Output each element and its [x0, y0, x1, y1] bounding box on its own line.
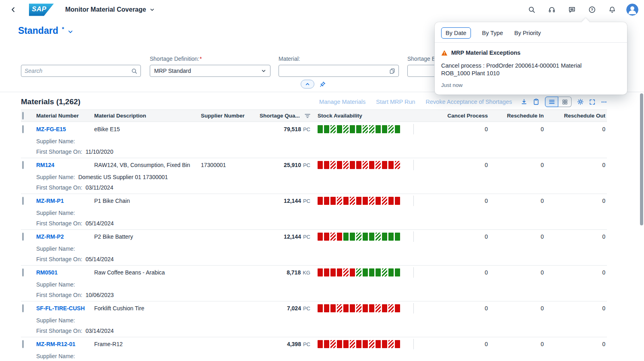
search-field-wrap [21, 65, 141, 77]
material-number-link[interactable]: MZ-RM-P2 [36, 233, 64, 240]
search-input[interactable] [21, 65, 130, 76]
support-button[interactable] [544, 2, 559, 17]
shortage-definition-select[interactable]: MRP Standard [150, 65, 270, 77]
reschedule-out-value: 0 [545, 233, 607, 240]
table-row[interactable]: MZ-FG-E15 eBike E15 79,518 PC 0 0 0 [21, 122, 607, 136]
stock-segment [318, 233, 323, 241]
paste-button[interactable] [533, 99, 539, 105]
material-description: eBike E15 [94, 126, 201, 132]
variant-modified-marker: * [62, 26, 64, 32]
cancel-process-value: 0 [415, 198, 489, 204]
select-all-checkbox[interactable] [22, 112, 24, 120]
tab-by-priority[interactable]: By Priority [514, 28, 541, 38]
row-checkbox[interactable] [22, 161, 24, 169]
stock-segment [382, 161, 387, 169]
stock-segment [337, 233, 342, 241]
stock-segment [356, 161, 361, 169]
stock-segment [376, 304, 381, 312]
stock-segment [395, 340, 400, 348]
material-number-link[interactable]: MZ-FG-E15 [36, 126, 66, 132]
row-checkbox[interactable] [22, 304, 24, 312]
row-checkbox[interactable] [22, 268, 24, 276]
table-row[interactable]: MZ-RM-P1 P1 Bike Chain 12,144 PC 0 0 0 [21, 194, 607, 208]
table-row[interactable]: RM0501 Raw Coffee Beans - Arabica 8,718 … [21, 266, 607, 279]
chart-view-button[interactable] [558, 97, 572, 107]
material-row-group: RM124 RAW124, VB, Consumption, Fixed Bin… [21, 158, 607, 194]
material-number-link[interactable]: MZ-RM-P1 [36, 198, 64, 204]
table-row[interactable]: MZ-RM-P2 P2 Bike Battery 12,144 PC 0 0 0 [21, 230, 607, 243]
search-button[interactable] [524, 2, 539, 17]
list-view-button[interactable] [545, 97, 558, 107]
stock-segment [382, 340, 387, 348]
table-row[interactable]: MZ-RM-R12-01 Frame-R12 4,398 PC 0 0 0 [21, 337, 607, 351]
vertical-scrollbar[interactable] [640, 93, 643, 225]
shortage-definition-value: MRP Standard [154, 68, 191, 74]
stock-segment [337, 304, 342, 312]
stock-segment [343, 161, 349, 169]
manage-materials-button[interactable]: Manage Materials [319, 99, 365, 105]
collapse-filterbar-button[interactable] [301, 80, 314, 89]
settings-button[interactable] [577, 99, 584, 105]
stock-segment [369, 197, 374, 205]
grid-icon [562, 99, 568, 105]
stock-segment [330, 268, 336, 276]
stock-segment [324, 233, 329, 241]
col-shortage-quantity[interactable]: Shortage Qua... [257, 113, 312, 119]
revoke-acceptance-button[interactable]: Revoke Acceptance of Shortages [426, 99, 512, 105]
material-number-link[interactable]: RM0501 [36, 269, 58, 276]
variant-selector[interactable]: Standard * [18, 25, 73, 36]
notification-item[interactable]: MRP Material Exceptions Cancel process :… [435, 43, 627, 95]
reschedule-out-value: 0 [545, 162, 607, 168]
start-mrp-run-button[interactable]: Start MRP Run [376, 99, 415, 105]
app-title-menu[interactable]: Monitor Material Coverage [65, 6, 155, 13]
reschedule-in-value: 0 [489, 305, 545, 311]
material-number-link[interactable]: SF-FL-TIRE-CUSH [36, 305, 85, 311]
col-material-description[interactable]: Material Description [94, 113, 201, 119]
row-checkbox[interactable] [22, 125, 24, 133]
search-icon[interactable] [130, 68, 140, 74]
export-button[interactable] [521, 99, 527, 105]
help-button[interactable]: ? [584, 2, 600, 17]
material-input[interactable] [279, 65, 388, 76]
row-checkbox[interactable] [22, 233, 24, 241]
col-reschedule-out[interactable]: Reschedule Out [545, 113, 607, 119]
col-reschedule-in[interactable]: Reschedule In [489, 113, 545, 119]
notification-timestamp: Just now [441, 82, 621, 88]
col-supplier-number[interactable]: Supplier Number [201, 113, 257, 119]
back-button[interactable] [6, 2, 21, 17]
table-row[interactable]: SF-FL-TIRE-CUSH Forklift Cushion Tire 7,… [21, 301, 607, 315]
tab-by-type[interactable]: By Type [482, 28, 503, 38]
value-help-icon[interactable] [388, 68, 398, 74]
stock-segment [318, 161, 323, 169]
tab-by-date[interactable]: By Date [441, 27, 471, 39]
material-description: Raw Coffee Beans - Arabica [94, 269, 201, 276]
stock-bar [318, 340, 400, 348]
reschedule-out-value: 0 [545, 305, 607, 311]
warning-icon [441, 50, 448, 56]
col-material-number[interactable]: Material Number [36, 113, 94, 119]
row-checkbox[interactable] [22, 340, 24, 348]
stock-segment [324, 161, 329, 169]
pin-filterbar-button[interactable] [316, 80, 328, 89]
col-cancel-process[interactable]: Cancel Process [415, 113, 489, 119]
material-number-link[interactable]: RM124 [36, 162, 54, 168]
chevron-left-icon [10, 6, 17, 13]
material-number-link[interactable]: MZ-RM-R12-01 [36, 341, 75, 347]
row-checkbox[interactable] [22, 197, 24, 205]
filter-icon[interactable] [305, 113, 310, 118]
sap-logo[interactable]: SAP [29, 4, 54, 16]
stock-segment [330, 125, 336, 133]
material-row-group: MZ-FG-E15 eBike E15 79,518 PC 0 0 0 Supp… [21, 122, 607, 158]
table-row[interactable]: RM124 RAW124, VB, Consumption, Fixed Bin… [21, 158, 607, 172]
expand-icon [589, 99, 595, 105]
feedback-button[interactable] [564, 2, 580, 17]
col-stock-availability[interactable]: Stock Availability [312, 113, 415, 119]
more-button[interactable] [601, 99, 607, 105]
notifications-button[interactable] [605, 2, 620, 17]
stock-segment [363, 233, 368, 241]
reschedule-out-value: 0 [545, 269, 607, 276]
user-avatar-button[interactable] [625, 2, 640, 17]
unit: PC [303, 126, 310, 132]
shortage-quantity: 12,144 PC [257, 198, 312, 204]
expand-button[interactable] [589, 99, 595, 105]
